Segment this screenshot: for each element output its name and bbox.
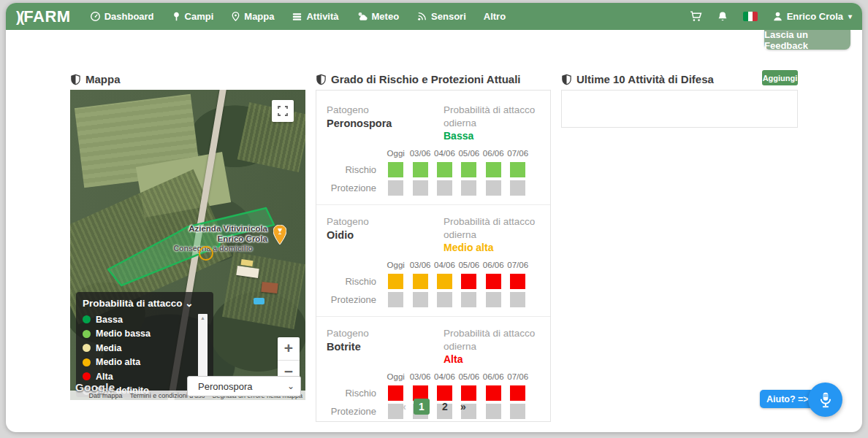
protection-square-gray [461, 180, 476, 196]
probability-label: Probabilità di attacco [443, 215, 540, 228]
legend-item: Media [83, 341, 207, 356]
risk-square-amber [413, 274, 428, 289]
pagination-page-1[interactable]: 1 [414, 399, 430, 415]
risk-protection-panel: PatogenoPeronosporaProbabilità di attacc… [316, 90, 551, 422]
nav-item-label: Campi [185, 11, 214, 22]
date-header: 06/06 [481, 261, 506, 272]
date-header: 05/06 [457, 372, 481, 384]
app-card: )( FARM DashboardCampiMappaAttivitàMeteo… [6, 3, 862, 432]
date-header: 03/06 [408, 261, 432, 272]
nav-item-dashboard[interactable]: Dashboard [90, 11, 154, 22]
pagination-prev[interactable]: « [400, 401, 406, 412]
pathogen-name-block: PatogenoOidio [327, 215, 369, 255]
nav-item-altro[interactable]: Altro [484, 11, 506, 22]
protection-square-gray [388, 180, 403, 196]
risk-row-label: Rischio [327, 164, 384, 175]
protection-square-gray [486, 292, 501, 307]
date-header: 03/06 [408, 372, 432, 384]
legend-color-dot [83, 358, 91, 366]
legend-item-label: Bassa [96, 315, 123, 325]
risk-square-green [437, 162, 452, 177]
protection-square-gray [413, 292, 428, 307]
nav-item-mappa[interactable]: Mappa [231, 11, 274, 22]
user-menu[interactable]: Enrico Crola ▾ [772, 11, 852, 22]
risk-grid: Oggi03/0604/0605/0606/0607/06RischioProt… [327, 261, 540, 309]
risk-pagination: «12» [316, 399, 551, 415]
protection-square-gray [413, 180, 428, 196]
date-header: 04/06 [433, 149, 457, 161]
pagination-page-2[interactable]: 2 [437, 399, 453, 415]
nav-item-label: Dashboard [104, 11, 154, 22]
shield-icon [316, 74, 327, 85]
risk-panel-title: Grado di Rischio e Protezioni Attuali [316, 73, 520, 85]
probability-value: Medio alta [443, 241, 540, 255]
date-header: 03/06 [408, 149, 432, 161]
pathogen-label: Patogeno [327, 327, 369, 340]
risk-square-amber [437, 274, 452, 289]
date-header: 06/06 [481, 149, 506, 161]
pathogen-name: Botrite [327, 340, 369, 354]
date-header: 04/06 [433, 261, 457, 272]
nav-item-label: Attività [306, 11, 338, 22]
protection-square-gray [510, 180, 525, 196]
activities-panel-title-text: Ultime 10 Attività di Difesa [576, 73, 714, 85]
pagination-next[interactable]: » [460, 401, 466, 412]
date-header: 05/06 [457, 149, 481, 161]
nav-item-label: Altro [484, 11, 506, 22]
date-header: Oggi [384, 149, 408, 161]
protection-square-gray [486, 180, 501, 196]
probability-block: Probabilità di attaccoodiernaAlta [443, 327, 540, 366]
voice-assistant-mic-button[interactable] [808, 383, 842, 417]
protection-square-gray [437, 292, 452, 307]
legend-title[interactable]: Probabilità di attacco ⌄ [83, 297, 207, 309]
legend-item: Medio bassa [83, 327, 207, 342]
page: )( FARM DashboardCampiMappaAttivitàMeteo… [0, 0, 868, 438]
probability-block: Probabilità di attaccoodiernaMedio alta [443, 215, 540, 255]
nav-item-attivita[interactable]: Attività [292, 11, 338, 22]
winery-map-marker-icon[interactable] [273, 225, 286, 245]
satellite-map[interactable]: Azienda Vitivinicola Enrico Crola Conseg… [70, 90, 305, 400]
nav-item-meteo[interactable]: Meteo [357, 11, 400, 22]
language-flag-italy[interactable] [743, 12, 758, 21]
gauge-icon [90, 11, 101, 22]
risk-square-red [461, 274, 476, 289]
add-activity-button[interactable]: Aggiungi [762, 70, 798, 85]
date-header: Oggi [384, 261, 408, 272]
risk-square-red [486, 274, 501, 289]
probability-value: Alta [443, 353, 540, 366]
cart-button[interactable] [690, 10, 702, 23]
pathogen-label: Patogeno [327, 215, 369, 228]
date-header: 06/06 [481, 372, 506, 384]
protection-row-label: Protezione [327, 182, 384, 193]
legend-item: Medio alta [83, 356, 207, 370]
chevron-down-icon: ▾ [848, 12, 852, 20]
probability-block: Probabilità di attaccoodiernaBassa [443, 104, 540, 143]
nav-item-campi[interactable]: Campi [172, 11, 214, 22]
risk-row-label: Rischio [327, 388, 384, 399]
risk-square-green [388, 162, 403, 177]
pathogen-select[interactable]: Peronospora [187, 376, 301, 396]
legend-color-dot [83, 372, 91, 380]
notifications-bell-button[interactable] [717, 11, 728, 23]
cloudsun-icon [357, 11, 368, 22]
legend-color-dot [83, 344, 91, 352]
help-button[interactable]: Aiuto? => [760, 390, 815, 408]
pathogen-name-block: PatogenoBotrite [327, 327, 369, 366]
logo-mark: )( [16, 9, 23, 26]
main-nav: DashboardCampiMappaAttivitàMeteoSensoriA… [90, 11, 690, 22]
nav-item-label: Meteo [372, 11, 400, 22]
protection-square-gray [437, 180, 452, 196]
logo-text: FARM [23, 7, 70, 26]
nav-item-label: Mappa [244, 11, 274, 22]
xfarm-logo[interactable]: )( FARM [16, 7, 71, 26]
zoom-in-button[interactable]: + [278, 337, 300, 361]
list-icon [292, 12, 302, 22]
highlight-circle [199, 246, 213, 261]
nav-item-sensori[interactable]: Sensori [416, 11, 466, 22]
map-fullscreen-button[interactable] [272, 100, 294, 122]
pathogen-name: Peronospora [327, 117, 392, 131]
feedback-button[interactable]: Lascia un Feedback [764, 30, 850, 50]
risk-panel-title-text: Grado di Rischio e Protezioni Attuali [331, 73, 520, 85]
farm-map-label: Azienda Vitivinicola Enrico Crola [121, 224, 267, 244]
pin-icon [231, 11, 240, 22]
